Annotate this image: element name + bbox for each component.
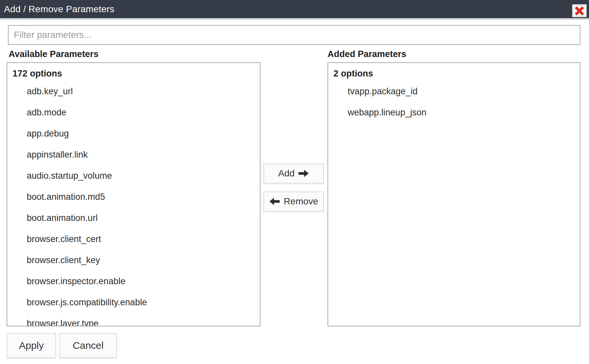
dialog-title: Add / Remove Parameters <box>0 4 115 15</box>
list-item[interactable]: appinstaller.link <box>7 144 260 165</box>
added-parameters-listbox[interactable]: 2 options tvapp.package_idwebapp.lineup_… <box>328 62 580 326</box>
list-item[interactable]: app.debug <box>7 123 260 144</box>
add-remove-parameters-dialog: Add / Remove Parameters Available Parame… <box>0 0 589 364</box>
list-item[interactable]: adb.key_url <box>7 81 260 102</box>
arrow-right-icon <box>298 169 309 177</box>
cancel-button-label: Cancel <box>73 340 103 351</box>
available-parameters-label: Available Parameters <box>9 49 98 59</box>
added-parameters-label: Added Parameters <box>328 49 406 59</box>
add-button-label: Add <box>278 168 295 179</box>
list-item[interactable]: webapp.lineup_json <box>328 102 580 123</box>
apply-button-label: Apply <box>19 340 44 351</box>
available-group-label: 172 options <box>7 66 260 81</box>
list-item[interactable]: audio.startup_volume <box>7 165 260 186</box>
remove-button[interactable]: Remove <box>263 192 324 212</box>
close-button[interactable] <box>572 4 587 17</box>
list-item[interactable]: tvapp.package_id <box>328 81 580 102</box>
list-item[interactable]: boot.animation.md5 <box>7 186 260 207</box>
list-item[interactable]: adb.mode <box>7 102 260 123</box>
apply-button[interactable]: Apply <box>7 333 56 359</box>
available-options: adb.key_urladb.modeapp.debugappinstaller… <box>7 81 260 326</box>
added-group-label: 2 options <box>328 66 580 81</box>
list-item[interactable]: browser.inspector.enable <box>7 271 260 292</box>
filter-parameters-input[interactable] <box>8 25 580 45</box>
list-item[interactable]: browser.client_key <box>7 250 260 271</box>
arrow-left-icon <box>269 197 280 205</box>
cancel-button[interactable]: Cancel <box>59 333 117 359</box>
list-item[interactable]: browser.js.compatibility.enable <box>7 292 260 313</box>
list-item[interactable]: browser.client_cert <box>7 228 260 250</box>
add-button[interactable]: Add <box>263 164 324 184</box>
dialog-header: Add / Remove Parameters <box>0 0 589 20</box>
list-item[interactable]: browser.layer.type <box>7 313 260 326</box>
remove-button-label: Remove <box>284 196 318 207</box>
available-parameters-listbox[interactable]: 172 options adb.key_urladb.modeapp.debug… <box>7 62 260 326</box>
added-options: tvapp.package_idwebapp.lineup_json <box>328 81 580 123</box>
list-item[interactable]: boot.animation.url <box>7 207 260 228</box>
close-icon <box>574 6 584 15</box>
